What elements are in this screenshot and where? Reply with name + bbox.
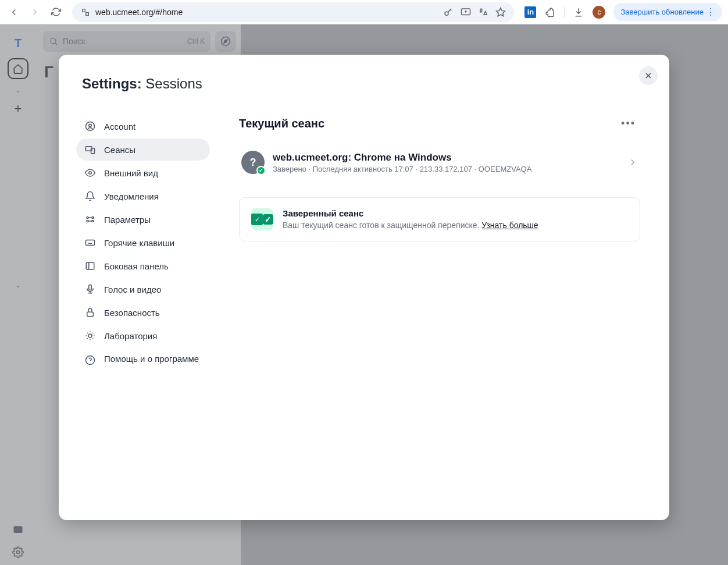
section-title: Текущий сеанс — [239, 117, 324, 130]
nav-preferences[interactable]: Параметры — [76, 208, 210, 230]
verified-session-info: ✓ Заверенный сеанс Ваш текущий сеанс гот… — [239, 197, 640, 241]
linkedin-extension-icon[interactable]: in — [524, 6, 536, 18]
mic-icon — [84, 283, 96, 295]
site-info-icon[interactable] — [80, 7, 91, 17]
nav-security[interactable]: Безопасность — [76, 301, 210, 324]
svg-point-11 — [89, 124, 92, 127]
chevron-right-icon — [627, 157, 638, 168]
svg-point-15 — [87, 217, 88, 219]
session-name: web.ucmeet.org: Chrome на Windows — [273, 152, 619, 164]
nav-voice-video[interactable]: Голос и видео — [76, 278, 210, 300]
learn-more-link[interactable]: Узнать больше — [481, 221, 538, 230]
bookmark-star-icon[interactable] — [495, 7, 506, 17]
address-bar[interactable]: web.ucmeet.org/#/home — [72, 2, 514, 22]
svg-point-18 — [92, 221, 94, 222]
eye-icon — [84, 167, 96, 179]
devices-icon — [84, 144, 96, 155]
more-options-button[interactable]: ••• — [616, 115, 640, 132]
back-button[interactable] — [6, 4, 22, 20]
info-title: Заверенный сеанс — [283, 208, 628, 218]
svg-point-2 — [445, 12, 448, 15]
sliders-icon — [84, 214, 96, 225]
nav-notifications[interactable]: Уведомления — [76, 185, 210, 207]
sidebar-icon — [84, 260, 96, 272]
svg-point-14 — [89, 172, 92, 175]
modal-title: Settings: Sessions — [59, 55, 669, 98]
current-session-row[interactable]: ? web.ucmeet.org: Chrome на Windows Заве… — [239, 145, 640, 180]
modal-overlay[interactable]: Settings: Sessions Account Сеансы Внешни… — [0, 24, 728, 565]
session-meta: Заверено · Последняя активность 17:07 · … — [273, 165, 619, 173]
menu-dots-icon: ⋮ — [706, 6, 715, 17]
verified-badge-icon — [256, 166, 266, 175]
info-desc: Ваш текущий сеанс готов к защищенной пер… — [283, 221, 628, 230]
settings-content: Текущий сеанс ••• ? web.ucmeet.org: Chro… — [222, 104, 658, 509]
finish-update-button[interactable]: Завершить обновление ⋮ — [613, 3, 722, 21]
nav-sidebar[interactable]: Боковая панель — [76, 255, 210, 277]
nav-sessions[interactable]: Сеансы — [76, 138, 210, 161]
reload-button[interactable] — [48, 4, 64, 20]
divider — [564, 7, 565, 17]
svg-point-17 — [87, 221, 88, 222]
bell-icon — [84, 190, 96, 202]
svg-rect-20 — [86, 262, 94, 269]
svg-marker-4 — [497, 8, 505, 16]
forward-button[interactable] — [27, 4, 43, 20]
nav-appearance[interactable]: Внешний вид — [76, 162, 210, 184]
nav-account[interactable]: Account — [76, 115, 210, 137]
close-button[interactable] — [639, 66, 658, 85]
svg-point-23 — [88, 334, 92, 337]
extensions-icon[interactable] — [544, 6, 556, 18]
install-icon[interactable] — [461, 7, 471, 17]
nav-keyboard[interactable]: Горячие клавиши — [76, 232, 210, 254]
nav-help[interactable]: Помощь и о программе — [76, 348, 210, 371]
svg-point-16 — [92, 217, 94, 219]
downloads-icon[interactable] — [573, 6, 584, 18]
settings-modal: Settings: Sessions Account Сеансы Внешни… — [59, 55, 669, 520]
profile-avatar[interactable]: с — [593, 6, 605, 19]
url-text: web.ucmeet.org/#/home — [95, 8, 438, 17]
svg-rect-21 — [89, 285, 92, 290]
svg-rect-1 — [86, 12, 89, 15]
settings-nav: Account Сеансы Внешний вид Уведомления П… — [70, 104, 216, 509]
svg-rect-19 — [86, 240, 95, 246]
flask-icon — [84, 330, 96, 342]
shield-check-icon: ✓ — [251, 208, 273, 230]
key-icon[interactable] — [443, 7, 454, 17]
account-icon — [84, 120, 96, 132]
keyboard-icon — [84, 237, 96, 248]
lock-icon — [84, 307, 96, 318]
help-icon — [84, 354, 96, 366]
close-icon — [644, 71, 653, 80]
translate-icon[interactable] — [478, 7, 488, 17]
browser-toolbar: web.ucmeet.org/#/home in с Завершить обн… — [0, 0, 728, 24]
nav-labs[interactable]: Лаборатория — [76, 325, 210, 347]
svg-rect-0 — [83, 9, 85, 12]
session-device-icon: ? — [241, 151, 265, 174]
svg-rect-22 — [87, 312, 94, 317]
